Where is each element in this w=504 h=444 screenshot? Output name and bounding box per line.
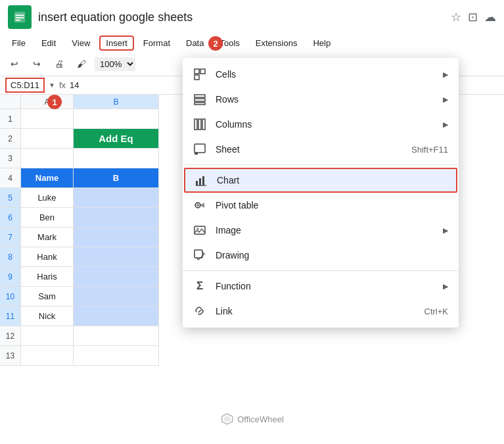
folder-icon[interactable]: ⊡ [468,10,478,24]
cell-a6[interactable]: Ben [21,208,74,228]
menu-data[interactable]: Data [179,36,210,51]
svg-marker-24 [223,416,230,422]
row-header-13: 13 [0,346,21,366]
row-header-6: 6 [0,208,21,228]
row-12: 12 [0,326,159,346]
pivot-icon [193,199,206,212]
image-arrow: ▶ [443,226,448,235]
svg-rect-10 [195,119,197,130]
dropdown-item-chart[interactable]: Chart [184,168,457,193]
cell-b3[interactable] [74,149,159,168]
row-2: 2 Add Eq [0,129,159,149]
rows-label: Rows [216,94,434,105]
paint-format-button[interactable]: 🖌 [72,55,91,73]
undo-button[interactable]: ↩ [5,55,24,73]
svg-rect-4 [195,69,199,74]
print-button[interactable]: 🖨 [50,55,68,73]
cell-a4[interactable]: Name [21,168,74,188]
cell-b4[interactable]: B [74,168,159,188]
row-header-3: 3 [0,149,21,168]
menu-format[interactable]: Format [137,36,177,51]
cell-a2[interactable] [21,129,74,149]
row-11: 11 Nick [0,307,159,326]
columns-arrow: ▶ [443,120,448,129]
dropdown-item-cells[interactable]: Cells ▶ [183,62,459,87]
cell-a5[interactable]: Luke [21,188,74,208]
star-icon[interactable]: ☆ [451,10,461,24]
dropdown-item-drawing[interactable]: Drawing [183,243,459,268]
cells-label: Cells [216,69,434,80]
cell-reference: C5:D11 [5,78,45,93]
sheet-icon [193,143,206,156]
cell-a12[interactable] [21,326,74,346]
zoom-select[interactable]: 100% [95,57,135,71]
cell-a1[interactable] [21,109,74,129]
dropdown-item-sheet[interactable]: Sheet Shift+F11 [183,137,459,162]
dropdown-item-image[interactable]: Image ▶ [183,218,459,243]
cell-a7[interactable]: Mark [21,228,74,247]
fx-label: fx [59,80,66,90]
menu-bar: File Edit View Insert Format Data Tools … [0,34,504,52]
menu-insert[interactable]: Insert [99,36,134,51]
menu-help[interactable]: Help [306,36,337,51]
cell-b8[interactable] [74,247,159,267]
cell-a8[interactable]: Hank [21,247,74,267]
row-5: 5 Luke [0,188,159,208]
svg-rect-2 [16,17,24,18]
col-headers-row: A B [0,95,159,109]
cell-b13[interactable] [74,346,159,366]
row-6: 6 Ben [0,208,159,228]
columns-label: Columns [216,119,434,130]
cell-b12[interactable] [74,326,159,346]
cell-a11[interactable]: Nick [21,307,74,326]
redo-button[interactable]: ↪ [28,55,46,73]
cell-b11[interactable] [74,307,159,326]
svg-rect-15 [196,181,198,185]
corner-cell [0,95,21,109]
svg-rect-1 [16,14,24,16]
svg-rect-17 [202,176,204,185]
cell-b6[interactable] [74,208,159,228]
pivot-label: Pivot table [216,200,448,210]
svg-rect-7 [195,95,205,97]
watermark: OfficeWheel [220,412,284,426]
app-logo [8,5,32,29]
cell-a13[interactable] [21,346,74,366]
link-label: Link [216,306,415,316]
row-header-12: 12 [0,326,21,346]
title-bar: insert equation google sheets ☆ ⊡ ☁ [0,0,504,34]
svg-rect-11 [198,119,201,130]
row-header-8: 8 [0,247,21,267]
dropdown-item-function[interactable]: Σ Function ▶ [183,274,459,299]
cloud-icon[interactable]: ☁ [484,10,496,24]
cells-arrow: ▶ [443,70,448,79]
svg-rect-8 [195,99,205,101]
menu-view[interactable]: View [65,36,97,51]
svg-rect-12 [202,119,205,130]
cell-a3[interactable] [21,149,74,168]
badge-2: 2 [208,36,223,51]
row-13: 13 [0,346,159,366]
insert-dropdown: Cells ▶ Rows ▶ Columns ▶ Sheet Shift+F11… [183,58,459,328]
cell-b7[interactable] [74,228,159,247]
svg-rect-14 [195,153,198,155]
cell-b2[interactable]: Add Eq [74,129,159,149]
chart-label: Chart [217,175,447,185]
dropdown-item-rows[interactable]: Rows ▶ [183,87,459,112]
cell-a9[interactable]: Haris [21,267,74,287]
cell-b9[interactable] [74,267,159,287]
menu-edit[interactable]: Edit [35,36,62,51]
formula-arrow[interactable]: ▼ [49,82,55,89]
row-header-1: 1 [0,109,21,129]
watermark-text: OfficeWheel [237,414,284,424]
menu-file[interactable]: File [5,36,32,51]
menu-extensions[interactable]: Extensions [249,36,304,51]
cell-b1[interactable] [74,109,159,129]
dropdown-item-pivot[interactable]: Pivot table [183,193,459,218]
row-header-2: 2 [0,129,21,149]
cell-b10[interactable] [74,287,159,307]
dropdown-item-link[interactable]: Link Ctrl+K [183,299,459,324]
cell-a10[interactable]: Sam [21,287,74,307]
cell-b5[interactable] [74,188,159,208]
dropdown-item-columns[interactable]: Columns ▶ [183,112,459,137]
